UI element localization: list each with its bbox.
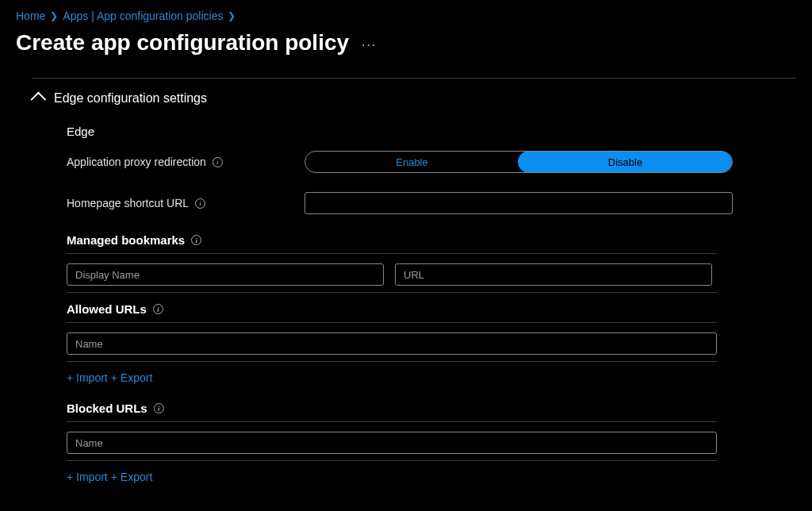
blocked-urls-title: Blocked URLs i [67, 402, 796, 415]
edge-heading: Edge [67, 125, 796, 138]
info-icon[interactable]: i [153, 304, 163, 314]
divider [67, 322, 717, 323]
blocked-urls-import-link[interactable]: + Import [67, 471, 108, 483]
proxy-disable-option[interactable]: Disable [518, 151, 733, 173]
divider [67, 460, 717, 461]
allowed-urls-title-text: Allowed URLs [67, 302, 147, 316]
managed-bookmarks-section: Managed bookmarks i [67, 233, 796, 293]
page-header: Create app configuration policy ··· [16, 30, 796, 56]
proxy-label: Application proxy redirection i [67, 156, 304, 168]
managed-bookmarks-title: Managed bookmarks i [67, 233, 796, 247]
breadcrumb-home[interactable]: Home [16, 10, 45, 22]
blocked-urls-export-link[interactable]: + Export [111, 471, 153, 483]
bookmark-display-name-input[interactable] [67, 263, 384, 286]
chevron-right-icon: ❯ [228, 10, 236, 21]
allowed-urls-import-link[interactable]: + Import [67, 371, 108, 384]
blocked-urls-title-text: Blocked URLs [67, 402, 147, 415]
more-menu-icon[interactable]: ··· [362, 33, 377, 52]
divider [67, 361, 717, 362]
info-icon[interactable]: i [154, 403, 164, 413]
divider [67, 253, 717, 254]
info-icon[interactable]: i [213, 157, 223, 167]
blocked-urls-section: Blocked URLs i + Import + Export [67, 402, 796, 483]
proxy-label-text: Application proxy redirection [67, 156, 206, 168]
page-title: Create app configuration policy [16, 30, 349, 56]
divider [32, 78, 796, 79]
section-title: Edge configuration settings [54, 91, 207, 106]
divider [67, 421, 717, 422]
managed-bookmarks-title-text: Managed bookmarks [67, 233, 185, 247]
bookmark-url-input[interactable] [395, 263, 712, 286]
info-icon[interactable]: i [191, 235, 201, 245]
allowed-url-name-input[interactable] [67, 332, 717, 355]
homepage-url-input[interactable] [304, 192, 733, 214]
proxy-toggle: Enable Disable [304, 151, 733, 173]
breadcrumb: Home ❯ Apps | App configuration policies… [16, 10, 796, 22]
section-toggle-edge[interactable]: Edge configuration settings [32, 91, 796, 106]
allowed-urls-export-link[interactable]: + Export [111, 371, 153, 384]
proxy-enable-option[interactable]: Enable [305, 152, 519, 172]
chevron-up-icon [31, 92, 47, 108]
chevron-right-icon: ❯ [50, 10, 58, 21]
homepage-label: Homepage shortcut URL i [67, 197, 304, 209]
allowed-urls-section: Allowed URLs i + Import + Export [67, 302, 796, 384]
blocked-url-name-input[interactable] [67, 432, 717, 454]
homepage-label-text: Homepage shortcut URL [67, 197, 189, 209]
allowed-urls-title: Allowed URLs i [67, 302, 796, 316]
setting-proxy-redirection: Application proxy redirection i Enable D… [67, 151, 796, 173]
breadcrumb-apps[interactable]: Apps | App configuration policies [63, 10, 223, 22]
setting-homepage-url: Homepage shortcut URL i [67, 192, 796, 214]
divider [67, 292, 717, 293]
info-icon[interactable]: i [195, 198, 205, 209]
